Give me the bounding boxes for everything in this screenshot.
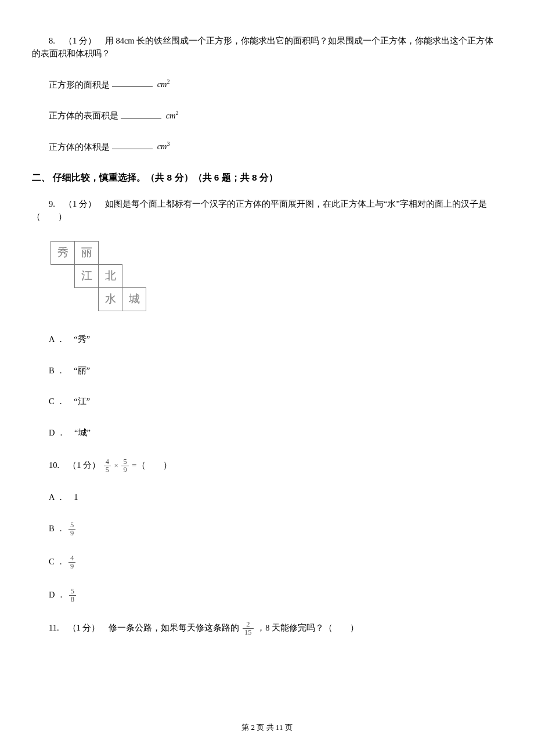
q10-stem-pre: 10. （1 分） — [49, 460, 100, 470]
q11-stem: 11. （1 分） 修一条公路，如果每天修这条路的 2 15 ，8 天能修完吗？… — [32, 621, 502, 636]
q10-opt-b[interactable]: B ． 5 9 — [49, 521, 502, 537]
q10-opt-d-pre: D ． — [49, 590, 66, 599]
q10-opt-c[interactable]: C ． 4 9 — [49, 555, 502, 570]
q10-frac-b: 5 9 — [121, 458, 128, 474]
q10-opt-a[interactable]: A ． 1 — [49, 491, 502, 504]
q8-blank3[interactable] — [112, 141, 153, 150]
q10-d-den: 8 — [69, 595, 76, 603]
net-cell-li: 丽 — [74, 241, 99, 265]
net-cell-cheng: 城 — [122, 287, 146, 311]
q10-opt-c-pre: C ． — [49, 557, 65, 566]
q8-blank2[interactable] — [121, 109, 161, 118]
q10: 10. （1 分） 4 5 × 5 9 =（ ） A ． 1 B ． 5 9 C… — [32, 458, 502, 603]
q8-l3-pre: 正方体的体积是 — [49, 142, 110, 151]
q10-opt-d-frac: 5 8 — [69, 588, 76, 603]
net-cell-bei: 北 — [98, 264, 122, 288]
q8-stem: 8. （1 分） 用 84cm 长的铁丝围成一个正方形，你能求出它的面积吗？如果… — [32, 35, 502, 60]
q10-c-num: 4 — [68, 555, 75, 562]
unit-cm3: cm3 — [157, 142, 170, 151]
q11-frac-den: 15 — [243, 628, 254, 636]
q10-opt-c-frac: 4 9 — [68, 555, 75, 570]
q10-opt-b-frac: 5 9 — [68, 521, 75, 537]
q10-frac-b-den: 9 — [121, 466, 128, 474]
q11-pre: 11. （1 分） 修一条公路，如果每天修这条路的 — [49, 623, 241, 632]
page-footer: 第 2 页 共 11 页 — [32, 722, 502, 733]
q10-frac-a-den: 5 — [104, 466, 111, 474]
q10-stem: 10. （1 分） 4 5 × 5 9 =（ ） — [49, 458, 502, 474]
q9-opt-d[interactable]: D ． “城” — [49, 427, 502, 440]
unit-cm2-b: cm2 — [166, 111, 179, 120]
q8-line1: 正方形的面积是 cm2 — [32, 78, 502, 92]
q9-opt-c[interactable]: C ． “江” — [49, 395, 502, 408]
net-cell-jiang: 江 — [74, 264, 99, 288]
net-cell-shui: 水 — [98, 287, 122, 311]
q10-frac-b-num: 5 — [121, 458, 128, 466]
section-2-heading: 二、 仔细比较，慎重选择。（共 8 分）（共 6 题；共 8 分） — [32, 171, 502, 184]
q10-frac-a-num: 4 — [104, 458, 111, 466]
q8-line2: 正方体的表面积是 cm2 — [32, 109, 502, 123]
q10-frac-a: 4 5 — [104, 458, 111, 474]
q10-b-den: 9 — [68, 529, 75, 537]
q9-net-diagram: 秀 丽 江 北 水 城 — [50, 241, 502, 311]
q10-stem-post: =（ ） — [132, 460, 171, 470]
q8-l1-pre: 正方形的面积是 — [49, 80, 110, 89]
q8-blank1[interactable] — [112, 78, 153, 88]
q11-post: ，8 天能修完吗？（ ） — [257, 623, 359, 632]
q10-b-num: 5 — [68, 521, 75, 529]
q11-frac-num: 2 — [243, 621, 254, 628]
q9-options: A ． “秀” B ． “丽” C ． “江” D ． “城” — [32, 333, 502, 440]
q10-c-den: 9 — [68, 562, 75, 570]
q9-stem: 9. （1 分） 如图是每个面上都标有一个汉字的正方体的平面展开图，在此正方体上… — [32, 198, 502, 224]
multiply-icon: × — [114, 461, 118, 470]
unit-cm2-a: cm2 — [157, 80, 170, 89]
q10-d-num: 5 — [69, 588, 76, 595]
net-cell-xiu: 秀 — [50, 241, 75, 265]
q11-frac: 2 15 — [243, 621, 254, 636]
q10-opt-b-pre: B ． — [49, 524, 65, 533]
page: 8. （1 分） 用 84cm 长的铁丝围成一个正方形，你能求出它的面积吗？如果… — [0, 0, 534, 756]
q8-l2-pre: 正方体的表面积是 — [49, 111, 118, 120]
q9-opt-b[interactable]: B ． “丽” — [49, 365, 502, 377]
q8-line3: 正方体的体积是 cm3 — [32, 140, 502, 154]
q10-opt-d[interactable]: D ． 5 8 — [49, 588, 502, 603]
q9-opt-a[interactable]: A ． “秀” — [49, 333, 502, 346]
